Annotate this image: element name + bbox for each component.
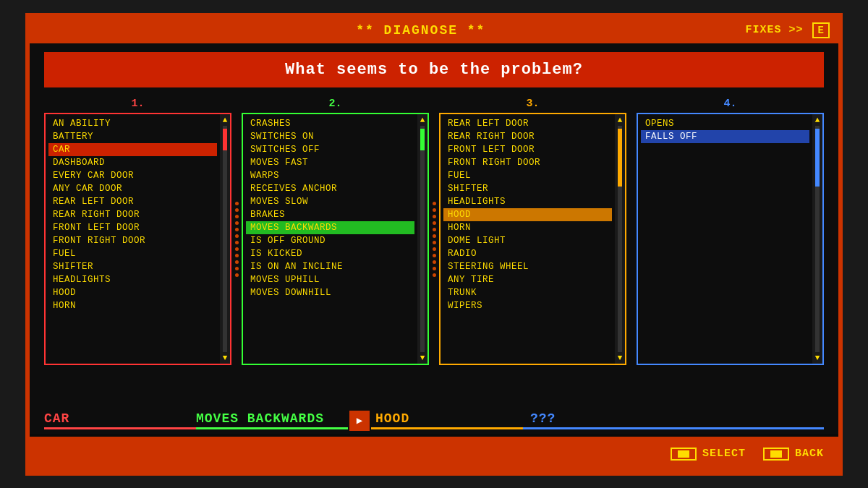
list-item[interactable]: HORN bbox=[443, 221, 612, 234]
divider-3 bbox=[626, 98, 637, 365]
scroll-track bbox=[815, 126, 820, 352]
dot bbox=[433, 241, 436, 244]
list-item[interactable]: ANY CAR DOOR bbox=[48, 182, 217, 195]
list-item[interactable]: MOVES FAST bbox=[246, 156, 414, 169]
list-item[interactable]: OPENS bbox=[641, 117, 809, 130]
list-item-selected[interactable]: FALLS OFF bbox=[641, 130, 809, 143]
col3-scrollbar: ▲ ▼ bbox=[615, 114, 625, 364]
scroll-track bbox=[420, 126, 425, 352]
list-item[interactable]: BRAKES bbox=[246, 208, 414, 221]
list-item[interactable]: AN ABILITY bbox=[48, 117, 217, 130]
e-key[interactable]: E bbox=[812, 22, 830, 38]
scroll-up-arrow[interactable]: ▲ bbox=[815, 116, 820, 124]
scroll-up-arrow[interactable]: ▲ bbox=[420, 116, 425, 124]
scroll-thumb bbox=[618, 129, 622, 187]
list-item[interactable]: REAR LEFT DOOR bbox=[48, 195, 217, 208]
dot bbox=[235, 215, 239, 218]
dot bbox=[433, 215, 436, 218]
columns-area: 1. AN ABILITY BATTERY CAR DASHBOARD EVER… bbox=[44, 98, 824, 365]
list-item[interactable]: HEADLIGHTS bbox=[443, 195, 612, 208]
status-arrow: ▶ bbox=[349, 411, 370, 431]
list-item[interactable]: WARPS bbox=[246, 169, 414, 182]
list-item[interactable]: HOOD bbox=[48, 286, 217, 299]
list-item[interactable]: SHIFTER bbox=[443, 182, 612, 195]
list-item[interactable]: CRASHES bbox=[246, 117, 414, 130]
bottom-bar: SELECT BACK bbox=[30, 437, 838, 471]
dot bbox=[235, 221, 239, 225]
top-bar: ** DIAGNOSE ** FIXES >> E bbox=[30, 17, 838, 43]
scroll-up-arrow[interactable]: ▲ bbox=[618, 116, 623, 124]
select-button[interactable]: SELECT bbox=[671, 448, 746, 461]
dot bbox=[433, 260, 436, 264]
list-item[interactable]: MOVES UPHILL bbox=[246, 273, 414, 286]
scroll-thumb bbox=[815, 129, 820, 187]
list-item[interactable]: FRONT RIGHT DOOR bbox=[443, 156, 612, 169]
column-3: 3. REAR LEFT DOOR REAR RIGHT DOOR FRONT … bbox=[439, 98, 626, 365]
list-item[interactable]: RECEIVES ANCHOR bbox=[246, 182, 414, 195]
scroll-down-arrow[interactable]: ▼ bbox=[815, 354, 820, 362]
col4-header: 4. bbox=[637, 98, 824, 110]
dot bbox=[235, 273, 239, 277]
select-label: SELECT bbox=[702, 448, 746, 460]
col1-list-container: AN ABILITY BATTERY CAR DASHBOARD EVERY C… bbox=[44, 113, 231, 365]
list-item[interactable]: SHIFTER bbox=[48, 260, 217, 273]
question-text: What seems to be the problem? bbox=[285, 61, 583, 79]
question-banner: What seems to be the problem? bbox=[44, 52, 824, 87]
list-item[interactable]: BATTERY bbox=[48, 130, 217, 143]
scroll-down-arrow[interactable]: ▼ bbox=[223, 354, 228, 362]
scroll-down-arrow[interactable]: ▼ bbox=[420, 354, 425, 362]
col3-header: 3. bbox=[439, 98, 626, 110]
list-item[interactable]: IS KICKED bbox=[246, 247, 414, 260]
controller-icon bbox=[678, 450, 689, 458]
column-1: 1. AN ABILITY BATTERY CAR DASHBOARD EVER… bbox=[44, 98, 231, 365]
dot bbox=[433, 202, 436, 205]
dot bbox=[433, 273, 436, 277]
list-item[interactable]: REAR RIGHT DOOR bbox=[48, 208, 217, 221]
screen: ** DIAGNOSE ** FIXES >> E What seems to … bbox=[25, 13, 843, 476]
list-item[interactable]: ANY TIRE bbox=[443, 273, 612, 286]
list-item[interactable]: FUEL bbox=[48, 247, 217, 260]
list-item[interactable]: FRONT LEFT DOOR bbox=[443, 143, 612, 156]
col3-list: REAR LEFT DOOR REAR RIGHT DOOR FRONT LEF… bbox=[441, 114, 615, 364]
list-item-selected[interactable]: HOOD bbox=[443, 208, 612, 221]
list-item[interactable]: EVERY CAR DOOR bbox=[48, 169, 217, 182]
list-item[interactable]: REAR RIGHT DOOR bbox=[443, 130, 612, 143]
col4-list: OPENS FALLS OFF bbox=[638, 114, 812, 364]
list-item[interactable]: IS OFF GROUND bbox=[246, 234, 414, 247]
list-item[interactable]: STEERING WHEEL bbox=[443, 260, 612, 273]
col1-list: AN ABILITY BATTERY CAR DASHBOARD EVERY C… bbox=[46, 114, 220, 364]
fixes-label[interactable]: FIXES >> bbox=[746, 24, 804, 36]
col2-list: CRASHES SWITCHES ON SWITCHES OFF MOVES F… bbox=[243, 114, 417, 364]
list-item[interactable]: TRUNK bbox=[443, 286, 612, 299]
list-item[interactable]: WIPERS bbox=[443, 299, 612, 312]
list-item-selected[interactable]: CAR bbox=[48, 143, 217, 156]
scroll-thumb bbox=[223, 129, 227, 150]
divider-1 bbox=[231, 98, 242, 365]
list-item[interactable]: DOME LIGHT bbox=[443, 234, 612, 247]
col2-header: 2. bbox=[242, 98, 429, 110]
column-4: 4. OPENS FALLS OFF ▲ ▼ bbox=[637, 98, 824, 365]
list-item[interactable]: HORN bbox=[48, 299, 217, 312]
dot bbox=[235, 208, 239, 212]
list-item[interactable]: SWITCHES ON bbox=[246, 130, 414, 143]
select-icon bbox=[671, 448, 697, 461]
dot bbox=[235, 254, 239, 257]
list-item[interactable]: SWITCHES OFF bbox=[246, 143, 414, 156]
list-item[interactable]: RADIO bbox=[443, 247, 612, 260]
list-item[interactable]: MOVES DOWNHILL bbox=[246, 286, 414, 299]
list-item-selected[interactable]: MOVES BACKWARDS bbox=[246, 221, 414, 234]
list-item[interactable]: IS ON AN INCLINE bbox=[246, 260, 414, 273]
dot bbox=[433, 208, 436, 212]
list-item[interactable]: FRONT RIGHT DOOR bbox=[48, 234, 217, 247]
col2-list-container: CRASHES SWITCHES ON SWITCHES OFF MOVES F… bbox=[242, 113, 429, 365]
list-item[interactable]: HEADLIGHTS bbox=[48, 273, 217, 286]
list-item[interactable]: REAR LEFT DOOR bbox=[443, 117, 612, 130]
scroll-up-arrow[interactable]: ▲ bbox=[223, 116, 228, 124]
scroll-down-arrow[interactable]: ▼ bbox=[618, 354, 623, 362]
list-item[interactable]: DASHBOARD bbox=[48, 156, 217, 169]
list-item[interactable]: MOVES SLOW bbox=[246, 195, 414, 208]
list-item[interactable]: FUEL bbox=[443, 169, 612, 182]
column-2: 2. CRASHES SWITCHES ON SWITCHES OFF MOVE… bbox=[242, 98, 429, 365]
list-item[interactable]: FRONT LEFT DOOR bbox=[48, 221, 217, 234]
back-button[interactable]: BACK bbox=[763, 448, 824, 461]
